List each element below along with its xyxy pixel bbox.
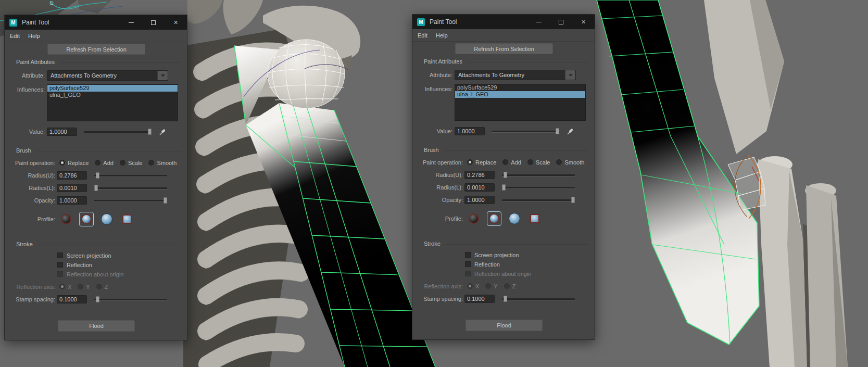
profile-label: Profile: bbox=[5, 216, 55, 222]
reflection-axis-z-radio[interactable]: Z bbox=[504, 283, 516, 289]
menu-help[interactable]: Help bbox=[28, 33, 40, 39]
titlebar[interactable]: M Paint Tool × bbox=[5, 15, 187, 30]
maximize-button[interactable] bbox=[550, 15, 572, 29]
flood-button[interactable]: Flood bbox=[466, 320, 543, 331]
reflection-axis-x-radio[interactable]: X bbox=[467, 283, 479, 289]
influence-item[interactable]: polySurface529 bbox=[47, 85, 178, 92]
influences-list[interactable]: polySurface529 ulna_l_GEO bbox=[455, 84, 586, 121]
menu-edit[interactable]: Edit bbox=[418, 32, 427, 39]
menu-help[interactable]: Help bbox=[436, 32, 448, 39]
menu-edit[interactable]: Edit bbox=[10, 33, 20, 39]
radio-smooth[interactable]: Smooth bbox=[148, 160, 177, 166]
reflection-axis-y-radio[interactable]: Y bbox=[485, 283, 497, 289]
radio-add[interactable]: Add bbox=[502, 159, 521, 166]
slider-handle[interactable] bbox=[502, 184, 506, 191]
opacity-slider[interactable] bbox=[502, 196, 575, 204]
influence-item[interactable]: ulna_l_GEO bbox=[455, 91, 585, 98]
slider-track[interactable] bbox=[502, 174, 575, 176]
value-input[interactable] bbox=[455, 127, 485, 135]
value-slider[interactable] bbox=[84, 128, 152, 135]
stamp-spacing-slider[interactable] bbox=[502, 295, 575, 302]
slider-track[interactable] bbox=[94, 299, 167, 300]
attribute-dropdown[interactable]: Attachments To Geometry bbox=[455, 70, 576, 80]
profile-gaussian-button[interactable] bbox=[59, 212, 73, 226]
refresh-from-selection-button[interactable]: Refresh From Selection bbox=[455, 43, 553, 54]
influence-item[interactable]: ulna_l_GEO bbox=[47, 92, 178, 98]
radius-l-input[interactable] bbox=[464, 183, 495, 192]
value-input[interactable] bbox=[47, 128, 77, 136]
stamp-spacing-input[interactable] bbox=[464, 295, 495, 303]
profile-solid-button[interactable] bbox=[508, 212, 521, 225]
flood-button[interactable]: Flood bbox=[58, 320, 135, 332]
value-slider[interactable] bbox=[492, 128, 559, 135]
radius-u-input[interactable] bbox=[57, 171, 87, 180]
opacity-input[interactable] bbox=[57, 196, 87, 205]
slider-handle[interactable] bbox=[556, 128, 559, 134]
slider-track[interactable] bbox=[502, 298, 575, 300]
slider-track[interactable] bbox=[94, 187, 167, 189]
stamp-spacing-input[interactable] bbox=[57, 295, 87, 303]
influences-list[interactable]: polySurface529 ulna_l_GEO bbox=[47, 84, 178, 121]
slider-track[interactable] bbox=[502, 199, 575, 201]
opacity-input[interactable] bbox=[464, 196, 495, 204]
radio-replace[interactable]: Replace bbox=[59, 160, 89, 166]
radio-scale[interactable]: Scale bbox=[120, 160, 143, 166]
slider-track[interactable] bbox=[492, 131, 559, 132]
radio-label: Smooth bbox=[564, 159, 584, 166]
reflection-checkbox[interactable] bbox=[465, 261, 471, 267]
maximize-button[interactable] bbox=[142, 15, 165, 30]
reflection-axis-z-radio[interactable]: Z bbox=[96, 284, 108, 290]
screen-projection-label: Screen projection bbox=[67, 252, 111, 259]
radius-l-input[interactable] bbox=[57, 184, 87, 192]
slider-handle[interactable] bbox=[163, 197, 167, 204]
radio-add[interactable]: Add bbox=[95, 160, 114, 166]
slider-handle[interactable] bbox=[148, 129, 152, 135]
radio-smooth[interactable]: Smooth bbox=[556, 159, 584, 166]
minimize-button[interactable] bbox=[527, 15, 550, 29]
slider-track[interactable] bbox=[502, 187, 575, 188]
titlebar[interactable]: M Paint Tool × bbox=[412, 15, 595, 29]
radius-u-input[interactable] bbox=[464, 171, 495, 179]
reflection-axis-x-radio[interactable]: X bbox=[59, 284, 71, 290]
minimize-button[interactable] bbox=[120, 15, 142, 30]
attribute-dropdown[interactable]: Attachments To Geometry bbox=[47, 70, 168, 81]
reflection-about-origin-checkbox[interactable] bbox=[465, 271, 471, 276]
eyedropper-button[interactable] bbox=[564, 126, 576, 136]
influence-item[interactable]: polySurface529 bbox=[455, 84, 585, 91]
profile-square-button[interactable] bbox=[120, 212, 134, 226]
slider-handle[interactable] bbox=[504, 296, 507, 302]
slider-handle[interactable] bbox=[96, 296, 99, 302]
radius-u-slider[interactable] bbox=[502, 171, 575, 179]
reflection-checkbox[interactable] bbox=[57, 262, 63, 268]
slider-handle[interactable] bbox=[96, 172, 99, 179]
reflection-about-origin-checkbox[interactable] bbox=[57, 271, 63, 277]
close-button[interactable]: × bbox=[165, 15, 187, 30]
radius-u-slider[interactable] bbox=[94, 172, 167, 179]
stamp-spacing-slider[interactable] bbox=[94, 296, 167, 303]
eyedropper-button[interactable] bbox=[157, 127, 168, 136]
radius-l-slider[interactable] bbox=[502, 184, 575, 191]
slider-handle[interactable] bbox=[571, 197, 575, 203]
profile-gaussian-button[interactable] bbox=[467, 212, 481, 225]
profile-soft-button[interactable] bbox=[487, 212, 501, 225]
reflection-axis-y-radio[interactable]: Y bbox=[78, 284, 90, 290]
profile-soft-button[interactable] bbox=[80, 212, 93, 226]
slider-track[interactable] bbox=[94, 175, 167, 176]
profile-solid-button[interactable] bbox=[100, 212, 114, 226]
refresh-from-selection-button[interactable]: Refresh From Selection bbox=[47, 44, 145, 55]
radius-l-slider[interactable] bbox=[94, 184, 167, 192]
profile-square-button[interactable] bbox=[528, 212, 542, 225]
close-icon: × bbox=[173, 19, 178, 26]
slider-handle[interactable] bbox=[94, 185, 98, 191]
radio-scale[interactable]: Scale bbox=[527, 159, 550, 166]
radio-replace[interactable]: Replace bbox=[467, 159, 496, 166]
screen-projection-checkbox[interactable] bbox=[57, 252, 63, 258]
close-button[interactable]: × bbox=[572, 15, 595, 29]
opacity-slider[interactable] bbox=[94, 197, 167, 204]
slider-track[interactable] bbox=[94, 200, 167, 201]
section-label: Stroke bbox=[424, 241, 441, 247]
soft-brush-icon bbox=[489, 213, 499, 224]
slider-track[interactable] bbox=[84, 131, 152, 133]
screen-projection-checkbox[interactable] bbox=[465, 252, 471, 258]
slider-handle[interactable] bbox=[504, 172, 507, 178]
